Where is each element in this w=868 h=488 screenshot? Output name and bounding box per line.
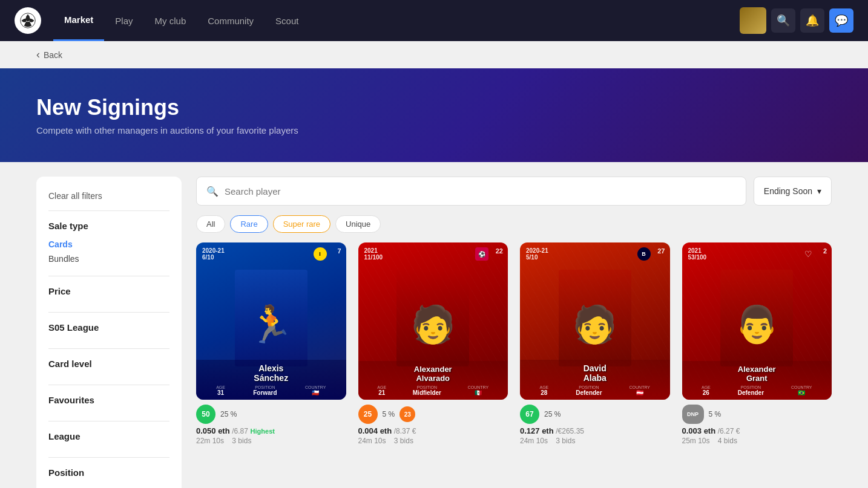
search-sort-row: 🔍 Ending Soon ▾ <box>196 177 832 206</box>
card-alvarado-stats: Age 21 Position Midfielder Country 🇲🇽 <box>358 385 508 396</box>
search-icon: 🔍 <box>777 14 790 27</box>
card-alvarado-footer: 25 5 % 23 <box>358 405 508 424</box>
back-chevron-icon: ‹ <box>36 48 40 61</box>
sale-type-filter: Sale type Cards Bundles <box>48 221 169 276</box>
tab-unique[interactable]: Unique <box>335 215 381 233</box>
breadcrumb-bar: ‹ Back <box>0 41 868 68</box>
position-filter: Position <box>48 467 169 478</box>
search-box: 🔍 <box>196 177 746 206</box>
sort-chevron-icon: ▾ <box>817 186 821 196</box>
card-alvarado-pct: 5 % <box>383 410 395 418</box>
card-alaba-footer: 67 25 % <box>520 405 670 424</box>
card-alvarado-badge: 23 <box>399 406 415 422</box>
card-grant[interactable]: 202153/100 ♡ 2 👨 AlexanderGrant <box>682 242 832 445</box>
card-alexis-image: 🏃 <box>232 261 311 366</box>
card-alexis-season: 2020-216/10 <box>202 247 225 261</box>
search-input[interactable] <box>225 186 736 197</box>
card-alexis-bids: 22m 10s 3 bids <box>196 437 346 445</box>
card-alexis[interactable]: 2020-216/10 I 7 🏃 AlexisSánchez <box>196 242 346 445</box>
card-grant-bids: 25m 10s 4 bids <box>682 437 832 445</box>
nav-links: Market Play My club Community Scout <box>53 0 735 41</box>
filter-tabs: All Rare Super rare Unique <box>196 215 832 233</box>
search-button[interactable]: 🔍 <box>771 8 795 33</box>
right-panel: 🔍 Ending Soon ▾ All Rare Super rare Uniq… <box>196 177 832 445</box>
card-alvarado-name: AlexanderAlvarado <box>363 365 504 383</box>
card-alaba-stats: Age 28 Position Defender Country 🇦🇹 <box>520 385 670 396</box>
card-alvarado-price: 0.004 eth /8.37 € <box>358 426 508 435</box>
hero-section: New Signings Compete with other managers… <box>0 68 868 162</box>
card-level-title: Card level <box>48 359 169 369</box>
tab-super-rare[interactable]: Super rare <box>273 215 330 233</box>
main-content: Clear all filters Sale type Cards Bundle… <box>0 162 868 488</box>
s05-league-filter: S05 League <box>48 322 169 349</box>
nav-my-club[interactable]: My club <box>144 0 197 41</box>
card-grant-pct: 5 % <box>709 410 722 418</box>
page-wrapper: ‹ Back New Signings Compete with other m… <box>0 41 868 488</box>
cards-grid: 2020-216/10 I 7 🏃 AlexisSánchez <box>196 242 832 445</box>
price-title: Price <box>48 286 169 296</box>
card-grant-name: AlexanderGrant <box>687 365 827 383</box>
filter-cards[interactable]: Cards <box>48 237 169 252</box>
favourites-filter: Favourites <box>48 395 169 421</box>
sort-dropdown[interactable]: Ending Soon ▾ <box>754 177 832 206</box>
card-alaba-score: 67 <box>520 405 539 424</box>
nav-market[interactable]: Market <box>53 0 104 41</box>
tab-all[interactable]: All <box>196 215 225 233</box>
card-alexis-score: 50 <box>196 405 215 424</box>
favourites-title: Favourites <box>48 395 169 405</box>
nav-play[interactable]: Play <box>104 0 143 41</box>
card-grant-visual[interactable]: 202153/100 ♡ 2 👨 AlexanderGrant <box>682 242 832 400</box>
price-filter: Price <box>48 286 169 313</box>
sidebar: Clear all filters Sale type Cards Bundle… <box>36 177 182 488</box>
card-alexis-price: 0.050 eth /6.87 Highest <box>196 426 346 435</box>
nav-scout[interactable]: Scout <box>265 0 309 41</box>
card-alvarado-score: 25 <box>358 405 378 424</box>
filter-bundles[interactable]: Bundles <box>48 252 169 266</box>
card-alvarado-bids: 24m 10s 3 bids <box>358 437 508 445</box>
search-input-icon: 🔍 <box>206 186 219 197</box>
card-alvarado[interactable]: 202111/100 ⚽ 22 🧑 AlexanderAlvarado <box>358 242 508 445</box>
navbar: Market Play My club Community Scout 🔍 🔔 … <box>0 0 868 41</box>
card-alvarado-visual[interactable]: 202111/100 ⚽ 22 🧑 AlexanderAlvarado <box>358 242 508 400</box>
card-alaba-visual[interactable]: 2020-215/10 B 27 🧑 DavidAlaba <box>520 242 670 400</box>
card-alaba-image: 🧑 <box>556 261 634 366</box>
app-logo[interactable] <box>15 7 41 34</box>
card-level-filter: Card level <box>48 359 169 385</box>
hero-title: New Signings <box>36 95 832 120</box>
league-title: League <box>48 431 169 441</box>
card-alaba-bids: 24m 10s 3 bids <box>520 437 670 445</box>
card-alexis-visual[interactable]: 2020-216/10 I 7 🏃 AlexisSánchez <box>196 242 346 400</box>
card-alaba-name: DavidAlaba <box>525 363 665 383</box>
s05-league-title: S05 League <box>48 322 169 333</box>
user-avatar[interactable] <box>740 7 766 34</box>
bell-icon: 🔔 <box>806 14 819 27</box>
clear-filters-button[interactable]: Clear all filters <box>48 191 169 211</box>
sort-label: Ending Soon <box>764 186 812 196</box>
card-alaba-pct: 25 % <box>544 410 561 418</box>
card-grant-score: DNP <box>682 405 704 424</box>
card-alexis-name: AlexisSánchez <box>201 363 341 383</box>
nav-community[interactable]: Community <box>197 0 265 41</box>
tab-rare[interactable]: Rare <box>230 215 268 233</box>
card-alexis-club-logo: I <box>314 247 327 261</box>
sale-type-title: Sale type <box>48 221 169 231</box>
messages-button[interactable]: 💬 <box>829 8 853 33</box>
card-alexis-footer: 50 25 % <box>196 405 346 424</box>
nav-right: 🔍 🔔 💬 <box>740 7 853 34</box>
back-text[interactable]: Back <box>44 50 62 60</box>
card-alvarado-image: 🧑 <box>393 261 472 366</box>
card-grant-stats: Age 26 Position Defender Country 🇧🇷 <box>682 385 832 396</box>
hero-subtitle: Compete with other managers in auctions … <box>36 125 832 135</box>
card-grant-image: 👨 <box>717 261 796 366</box>
position-title: Position <box>48 467 169 478</box>
card-alexis-pct: 25 % <box>220 410 237 418</box>
notifications-button[interactable]: 🔔 <box>800 8 824 33</box>
card-alexis-stats: Age 31 Position Forward Country 🇨🇱 <box>196 385 346 396</box>
league-filter: League <box>48 431 169 458</box>
card-grant-footer: DNP 5 % <box>682 405 832 424</box>
chat-icon: 💬 <box>835 14 848 27</box>
card-alaba-price: 0.127 eth /€265.35 <box>520 426 670 435</box>
card-grant-price: 0.003 eth /6.27 € <box>682 426 832 435</box>
card-alaba[interactable]: 2020-215/10 B 27 🧑 DavidAlaba <box>520 242 670 445</box>
card-alexis-number: 7 <box>337 247 341 255</box>
